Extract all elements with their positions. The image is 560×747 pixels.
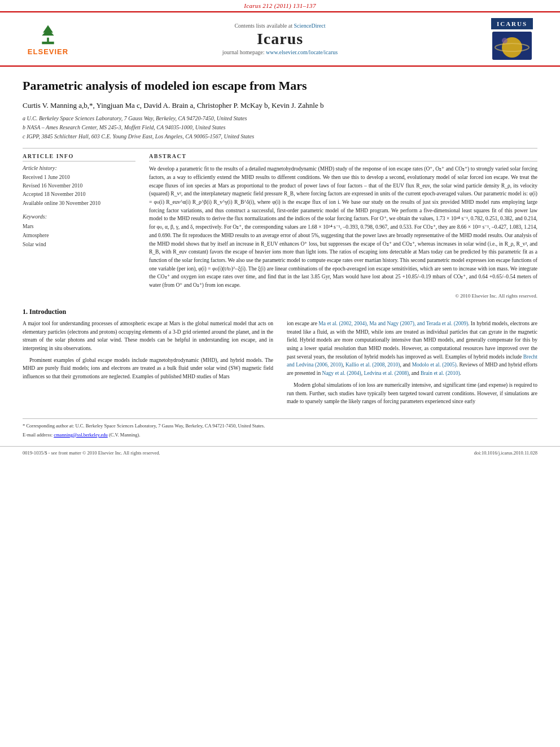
copyright-line: © 2010 Elsevier Inc. All rights reserved… xyxy=(149,293,537,299)
article-info-column: ARTICLE INFO Article history: Received 1… xyxy=(23,153,135,299)
footnote-corresponding: * Corresponding author at: U.C. Berkeley… xyxy=(23,422,537,430)
affiliation-c: c IGPP, 3845 Schlichter Hall, 603 C.E. Y… xyxy=(23,132,537,141)
journal-header-center: Contents lists available at ScienceDirec… xyxy=(85,23,475,55)
footnote-email: E-mail address: cmanning@ssl.berkeley.ed… xyxy=(23,431,537,439)
authors-text: Curtis V. Manning a,b,*, Yingjuan Ma c, … xyxy=(23,101,323,110)
bottom-right: doi:10.1016/j.icarus.2010.11.028 xyxy=(474,450,537,456)
col2-p1-text: ion escape are xyxy=(287,321,318,326)
elsevier-tree-icon xyxy=(31,23,65,45)
footnote-area: * Corresponding author at: U.C. Berkeley… xyxy=(23,418,537,439)
affiliation-a: a U.C. Berkeley Space Sciences Laborator… xyxy=(23,114,537,123)
bottom-left: 0019-1035/$ - see front matter © 2010 El… xyxy=(23,450,160,456)
ref-ma-2002[interactable]: Ma et al. (2002, 2004), Ma and Nagy (200… xyxy=(318,321,468,326)
section1-col2-p1: ion escape are Ma et al. (2002, 2004), M… xyxy=(287,320,537,378)
revised-date: Revised 16 November 2010 xyxy=(23,182,135,190)
elsevier-text: ELSEVIER xyxy=(28,47,68,56)
sciencedirect-link[interactable]: ScienceDirect xyxy=(294,23,325,29)
section1-columns: A major tool for understanding processes… xyxy=(23,320,537,409)
keyword-mars: Mars xyxy=(23,222,135,231)
journal-band: Icarus 212 (2011) 131–137 xyxy=(0,0,560,12)
available-date: Available online 30 November 2010 xyxy=(23,199,135,208)
article-title: Parametric analysis of modeled ion escap… xyxy=(23,78,537,94)
section1-p1: A major tool for understanding processes… xyxy=(23,320,273,353)
abstract-label: ABSTRACT xyxy=(149,153,537,161)
authors-line: Curtis V. Manning a,b,*, Yingjuan Ma c, … xyxy=(23,100,537,111)
ref-nagy[interactable]: Nagy et al. (2004) xyxy=(322,370,361,376)
main-content: Parametric analysis of modeled ion escap… xyxy=(0,67,560,446)
keywords-label: Keywords: xyxy=(23,213,135,220)
contents-line: Contents lists available at ScienceDirec… xyxy=(85,23,475,29)
received-date: Received 1 June 2010 xyxy=(23,173,135,182)
icarus-logo: ICARUS xyxy=(491,18,533,29)
abstract-text: We develop a parametric fit to the resul… xyxy=(149,165,537,290)
section-divider xyxy=(23,148,537,148)
planet-icon xyxy=(492,32,532,60)
keyword-atmosphere: Atmosphere xyxy=(23,231,135,240)
homepage-link[interactable]: www.elsevier.com/locate/icarus xyxy=(266,49,338,55)
affiliations: a U.C. Berkeley Space Sciences Laborator… xyxy=(23,114,537,141)
journal-homepage: journal homepage: www.elsevier.com/locat… xyxy=(85,49,475,55)
journal-header: ELSEVIER Contents lists available at Sci… xyxy=(0,12,560,67)
journal-band-text: Icarus 212 (2011) 131–137 xyxy=(244,2,316,9)
journal-title: Icarus xyxy=(85,30,475,48)
elsevier-logo-area: ELSEVIER xyxy=(17,23,79,56)
introduction-section: 1. Introduction A major tool for underst… xyxy=(23,308,537,409)
affiliation-b: b NASA – Ames Research Center, MS 245-3,… xyxy=(23,123,537,132)
section1-heading: 1. Introduction xyxy=(23,308,537,316)
section1-col1: A major tool for understanding processes… xyxy=(23,320,273,409)
ref-kallio[interactable]: Kallio et al. (2008, 2010) xyxy=(345,362,400,368)
icarus-planet-image xyxy=(492,32,532,60)
page: Icarus 212 (2011) 131–137 ELSEVIER Conte… xyxy=(0,0,560,747)
ref-ledvina[interactable]: Ledvina et al. (2008) xyxy=(364,370,409,376)
section1-col2-p2: Modern global simulations of ion loss ar… xyxy=(287,381,537,406)
icarus-logo-area: ICARUS xyxy=(481,18,543,60)
email-link[interactable]: cmanning@ssl.berkeley.edu xyxy=(54,432,108,438)
svg-rect-3 xyxy=(42,41,54,43)
ref-modolo[interactable]: Modolo et al. (2005) xyxy=(412,362,457,368)
section1-p2: Prominent examples of global escape mode… xyxy=(23,356,273,381)
svg-point-7 xyxy=(502,38,508,43)
accepted-date: Accepted 18 November 2010 xyxy=(23,190,135,199)
history-label: Article history: xyxy=(23,165,135,171)
info-abstract-section: ARTICLE INFO Article history: Received 1… xyxy=(23,153,537,299)
abstract-column: ABSTRACT We develop a parametric fit to … xyxy=(149,153,537,299)
article-info-label: ARTICLE INFO xyxy=(23,153,135,161)
ref-brain[interactable]: Brain et al. (2010) xyxy=(421,370,460,376)
keyword-solar-wind: Solar wind xyxy=(23,240,135,249)
bottom-strip: 0019-1035/$ - see front matter © 2010 El… xyxy=(0,446,560,459)
section1-col2: ion escape are Ma et al. (2002, 2004), M… xyxy=(287,320,537,409)
